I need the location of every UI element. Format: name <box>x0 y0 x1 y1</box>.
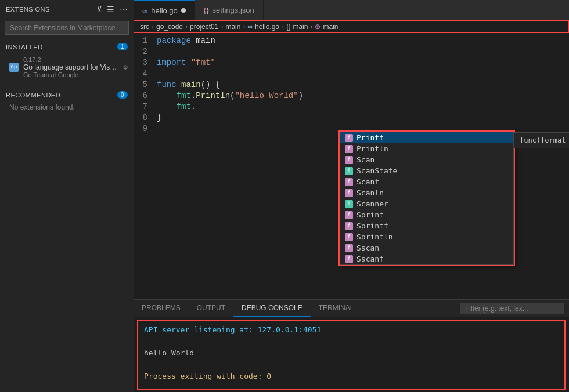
code-line-7: 7 fmt. <box>134 101 569 112</box>
tab-modified-dot <box>181 8 186 13</box>
code-line-1: 1 package main <box>134 35 569 46</box>
panel-tab-problems[interactable]: PROBLEMS <box>134 300 189 317</box>
breadcrumb-go_code[interactable]: go_code <box>156 23 183 31</box>
ac-label-printf: Printf <box>356 133 384 142</box>
ac-item-scanstate[interactable]: i ScanState <box>340 165 513 176</box>
tabs-bar: ∞ hello.go {} settings.json <box>134 0 569 20</box>
ac-icon-println: f <box>345 145 353 153</box>
code-line-8: 8 } <box>134 112 569 124</box>
sidebar: EXTENSIONS ⊻ ☰ ⋯ INSTALLED 1 Go 0.17.2 G… <box>0 0 134 392</box>
recommended-label: RECOMMENDED 0 <box>0 88 134 101</box>
panel-filter <box>460 300 564 317</box>
gear-icon[interactable]: ⚙ <box>123 63 128 72</box>
ac-item-sprint[interactable]: f Sprint <box>340 209 513 220</box>
breadcrumb-project01[interactable]: project01 <box>190 23 218 31</box>
go-ext-author: Go Team at Google <box>23 71 118 78</box>
no-extensions-text: No extensions found. <box>0 101 134 114</box>
code-area[interactable]: 1 package main 2 3 import "fmt" 4 5 func… <box>134 33 569 299</box>
go-ext-info: 0.17.2 Go language support for Visual S.… <box>23 56 118 78</box>
ac-icon-sscan: f <box>345 244 353 252</box>
ac-icon-scanln: f <box>345 189 353 197</box>
filter-icon[interactable]: ⊻ <box>96 5 103 14</box>
tab-settings-json-label: settings.json <box>213 6 254 14</box>
console-line-4 <box>144 359 559 371</box>
json-tab-icon: {} <box>204 6 209 14</box>
ac-doc: func(format string, a... <box>513 132 569 148</box>
ac-icon-scanner: i <box>345 200 353 208</box>
ac-item-println[interactable]: f Println <box>340 143 513 154</box>
console-line-2 <box>144 336 559 347</box>
ac-item-scanner[interactable]: i Scanner <box>340 198 513 209</box>
ac-label-sprintf: Sprintf <box>356 222 388 230</box>
go-tab-icon: ∞ <box>142 6 147 15</box>
ac-icon-printf: f <box>345 134 353 142</box>
breadcrumb-main-braces[interactable]: {} main <box>286 23 308 31</box>
tab-hello-go-label: hello.go <box>151 6 178 15</box>
ac-item-sscan[interactable]: f Sscan <box>340 242 513 253</box>
ac-label-scanner: Scanner <box>356 199 388 208</box>
installed-section-label: INSTALLED 1 <box>0 39 134 53</box>
go-ext-icon: Go <box>9 63 19 72</box>
ac-item-printf[interactable]: f Printf func(format string, a... <box>340 132 513 143</box>
panel-tabs: PROBLEMS OUTPUT DEBUG CONSOLE TERMINAL <box>134 300 569 317</box>
breadcrumb-hello-go[interactable]: ∞ hello.go <box>247 23 279 31</box>
code-line-3: 3 import "fmt" <box>134 57 569 68</box>
ac-icon-sprintf: f <box>345 222 353 230</box>
ac-icon-sprint: f <box>345 211 353 219</box>
tab-settings-json[interactable]: {} settings.json <box>195 0 264 20</box>
ac-label-sprintln: Sprintln <box>356 233 393 241</box>
code-line-4: 4 <box>134 68 569 79</box>
go-ext-version: 0.17.2 <box>23 56 118 63</box>
recommended-badge: 0 <box>117 91 128 99</box>
console-line-5: Process exiting with code: 0 <box>144 371 559 382</box>
ac-label-scanln: Scanln <box>356 188 384 197</box>
list-icon[interactable]: ☰ <box>107 5 115 14</box>
panel-tab-terminal[interactable]: TERMINAL <box>311 300 362 317</box>
recommended-section: RECOMMENDED 0 No extensions found. <box>0 88 134 114</box>
sidebar-header-icons: ⊻ ☰ ⋯ <box>96 5 128 14</box>
main-area: ∞ hello.go {} settings.json src › go_cod… <box>134 0 569 392</box>
ac-icon-scan: f <box>345 156 353 164</box>
console-line-1: API server listening at: 127.0.0.1:4051 <box>144 324 559 336</box>
tab-hello-go[interactable]: ∞ hello.go <box>134 0 195 20</box>
more-icon[interactable]: ⋯ <box>120 5 128 14</box>
breadcrumb-main-dir[interactable]: main <box>225 23 240 31</box>
sidebar-header: EXTENSIONS ⊻ ☰ ⋯ <box>0 0 134 19</box>
ac-label-scan: Scan <box>356 155 374 164</box>
editor-content: 1 package main 2 3 import "fmt" 4 5 func… <box>134 33 569 392</box>
sidebar-title: EXTENSIONS <box>6 6 50 13</box>
code-line-5: 5 func main() { <box>134 79 569 90</box>
ac-label-scanf: Scanf <box>356 177 379 186</box>
ac-label-sscanf: Sscanf <box>356 255 384 263</box>
breadcrumb: src › go_code › project01 › main › ∞ hel… <box>134 20 569 33</box>
ac-icon-sprintln: f <box>345 233 353 241</box>
panel-tab-debug-console[interactable]: DEBUG CONSOLE <box>233 300 311 317</box>
console-content: API server listening at: 127.0.0.1:4051 … <box>137 320 566 390</box>
ac-item-sprintf[interactable]: f Sprintf <box>340 220 513 231</box>
ac-item-sprintln[interactable]: f Sprintln <box>340 231 513 242</box>
code-line-2: 2 <box>134 46 569 57</box>
ac-label-scanstate: ScanState <box>356 166 397 175</box>
ac-icon-scanstate: i <box>345 167 353 175</box>
console-line-3: hello World <box>144 347 559 359</box>
go-ext-description: Go language support for Visual S... <box>23 63 118 71</box>
extension-go[interactable]: Go 0.17.2 Go language support for Visual… <box>0 53 134 82</box>
ac-item-sscanf[interactable]: f Sscanf <box>340 253 513 264</box>
breadcrumb-main-sym[interactable]: ⊕ main <box>315 23 338 31</box>
ac-label-sprint: Sprint <box>356 210 384 219</box>
ac-item-scanf[interactable]: f Scanf <box>340 176 513 187</box>
breadcrumb-src[interactable]: src <box>140 23 149 31</box>
panel-filter-input[interactable] <box>460 303 564 314</box>
ac-item-scan[interactable]: f Scan <box>340 154 513 165</box>
ac-label-sscan: Sscan <box>356 244 379 252</box>
search-input[interactable] <box>5 21 129 35</box>
ac-icon-sscanf: f <box>345 255 353 263</box>
code-line-6: 6 fmt.Println("hello World") <box>134 90 569 101</box>
ac-label-println: Println <box>356 144 388 153</box>
installed-badge: 1 <box>117 43 128 50</box>
ac-item-scanln[interactable]: f Scanln <box>340 187 513 198</box>
autocomplete-dropdown[interactable]: f Printf func(format string, a... f Prin… <box>340 132 514 265</box>
ac-icon-scanf: f <box>345 178 353 186</box>
bottom-panel: PROBLEMS OUTPUT DEBUG CONSOLE TERMINAL A… <box>134 299 569 392</box>
panel-tab-output[interactable]: OUTPUT <box>189 300 233 317</box>
